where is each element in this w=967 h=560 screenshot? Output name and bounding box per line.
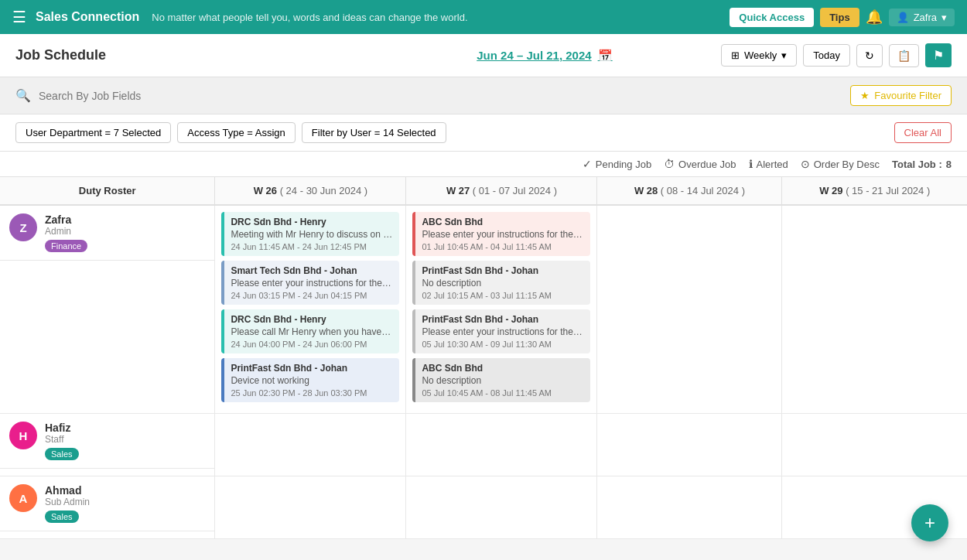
user-avatar-icon: 👤 xyxy=(897,12,909,23)
w26-dates: ( 24 - 30 Jun 2024 ) xyxy=(280,185,367,196)
job-time: 05 Jul 10:30 AM - 09 Jul 11:30 AM xyxy=(422,340,584,349)
filter-chip-filter-by-user[interactable]: Filter by User = 14 Selected xyxy=(302,122,446,143)
order-icon: ⊙ xyxy=(801,158,810,170)
week-cell-hafiz-w29 xyxy=(782,414,967,476)
pending-job-indicator[interactable]: ✓ Pending Job xyxy=(583,158,651,170)
date-range[interactable]: Jun 24 – Jul 21, 2024 📅 xyxy=(477,49,612,63)
dept-badge-zafra: Finance xyxy=(45,240,87,252)
user-role-zafra: Admin xyxy=(45,226,205,237)
job-desc: Meeting with Mr Henry to discuss on po..… xyxy=(231,229,393,240)
job-title: DRC Sdn Bhd - Henry xyxy=(231,217,393,227)
job-desc: No description xyxy=(422,278,584,289)
w28-dates: ( 08 - 14 Jul 2024 ) xyxy=(661,185,745,196)
w28-label: W 28 xyxy=(634,185,658,196)
week-cell-zafra-w26: DRC Sdn Bhd - Henry Meeting with Mr Henr… xyxy=(215,205,406,414)
avatar-ahmad: A xyxy=(9,484,37,512)
user-info-zafra: Zafra Admin Finance xyxy=(45,213,205,252)
quick-access-button[interactable]: Quick Access xyxy=(730,8,814,27)
job-title: Smart Tech Sdn Bhd - Johan xyxy=(231,265,393,276)
nav-right: Quick Access Tips 🔔 👤 Zafra ▾ xyxy=(730,8,955,27)
filter-chip-user-dept[interactable]: User Department = 7 Selected xyxy=(15,122,171,143)
order-by-desc-indicator[interactable]: ⊙ Order By Desc xyxy=(801,158,880,170)
job-card-zafra-w26-0[interactable]: DRC Sdn Bhd - Henry Meeting with Mr Henr… xyxy=(221,212,399,256)
w29-label: W 29 xyxy=(819,185,842,196)
w29-dates: ( 15 - 21 Jul 2024 ) xyxy=(846,185,930,196)
alerted-indicator[interactable]: ℹ Alerted xyxy=(749,158,788,170)
schedule-container: Duty Roster W 26 ( 24 - 30 Jun 2024 ) W … xyxy=(0,177,967,539)
user-info-ahmad: Ahmad Sub Admin Sales xyxy=(45,484,205,523)
filter-chip-access-type[interactable]: Access Type = Assign xyxy=(177,122,296,143)
week-cell-zafra-w27: ABC Sdn Bhd Please enter your instructio… xyxy=(406,205,597,414)
dept-badge-hafiz: Sales xyxy=(45,448,79,460)
week-cell-ahmad-w26 xyxy=(215,476,406,539)
overdue-label: Overdue Job xyxy=(678,159,736,170)
order-label: Order By Desc xyxy=(814,159,880,170)
user-cell-hafiz: H Hafiz Staff Sales xyxy=(0,414,215,476)
job-card-zafra-w26-1[interactable]: Smart Tech Sdn Bhd - Johan Please enter … xyxy=(221,261,399,305)
week-header-w28: W 28 ( 08 - 14 Jul 2024 ) xyxy=(597,177,782,205)
job-time: 02 Jul 10:15 AM - 03 Jul 11:15 AM xyxy=(422,291,584,300)
week-cell-zafra-w29 xyxy=(782,205,967,414)
w27-dates: ( 01 - 07 Jul 2024 ) xyxy=(473,185,557,196)
calendar-icon[interactable]: 📅 xyxy=(598,49,613,63)
alerted-label: Alerted xyxy=(757,159,788,170)
job-card-zafra-w27-3[interactable]: ABC Sdn Bhd No description 05 Jul 10:45 … xyxy=(412,358,590,402)
job-desc: Please enter your instructions for the J… xyxy=(231,278,393,289)
user-cell-ahmad: A Ahmad Sub Admin Sales xyxy=(0,476,215,539)
tips-button[interactable]: Tips xyxy=(820,8,859,27)
week-cell-hafiz-w28 xyxy=(597,414,782,476)
hamburger-icon[interactable]: ☰ xyxy=(12,8,26,26)
bell-icon[interactable]: 🔔 xyxy=(866,9,883,26)
job-desc: Please enter your instructions for the J… xyxy=(422,229,584,240)
week-header-w27: W 27 ( 01 - 07 Jul 2024 ) xyxy=(406,177,597,205)
view-toggle-button[interactable]: ⊞ Weekly ▾ xyxy=(721,44,797,67)
job-desc: Device not working xyxy=(231,375,393,386)
job-desc: Please enter your instructions for the J… xyxy=(422,326,584,337)
date-range-text: Jun 24 – Jul 21, 2024 xyxy=(477,49,591,62)
job-card-zafra-w26-3[interactable]: PrintFast Sdn Bhd - Johan Device not wor… xyxy=(221,358,399,402)
today-button[interactable]: Today xyxy=(803,44,850,67)
user-menu[interactable]: 👤 Zafra ▾ xyxy=(889,9,955,26)
top-nav: ☰ Sales Connection No matter what people… xyxy=(0,0,967,34)
job-title: DRC Sdn Bhd - Henry xyxy=(231,314,393,325)
favourite-filter-button[interactable]: ★ Favourite Filter xyxy=(850,85,952,106)
page-header: Job Schedule Jun 24 – Jul 21, 2024 📅 ⊞ W… xyxy=(0,34,967,77)
overdue-job-indicator[interactable]: ⏱ Overdue Job xyxy=(664,158,736,170)
overdue-icon: ⏱ xyxy=(664,158,675,170)
job-time: 24 Jun 04:00 PM - 24 Jun 06:00 PM xyxy=(231,340,393,349)
week-header-w26: W 26 ( 24 - 30 Jun 2024 ) xyxy=(215,177,406,205)
avatar-hafiz: H xyxy=(9,422,37,449)
filter-row: User Department = 7 Selected Access Type… xyxy=(0,114,967,152)
job-card-zafra-w26-2[interactable]: DRC Sdn Bhd - Henry Please call Mr Henry… xyxy=(221,309,399,353)
user-name-hafiz: Hafiz xyxy=(45,422,205,434)
job-card-zafra-w27-1[interactable]: PrintFast Sdn Bhd - Johan No description… xyxy=(412,261,590,305)
job-time: 01 Jul 10:45 AM - 04 Jul 11:45 AM xyxy=(422,242,584,251)
clear-all-button[interactable]: Clear All xyxy=(894,122,952,143)
view-label: Weekly xyxy=(744,50,777,61)
page-title: Job Schedule xyxy=(15,47,368,63)
brand-name: Sales Connection xyxy=(36,10,139,24)
filter-button[interactable]: ⚑ xyxy=(925,43,952,67)
schedule-table: Duty Roster W 26 ( 24 - 30 Jun 2024 ) W … xyxy=(0,177,967,539)
calendar-view-button[interactable]: 📋 xyxy=(889,44,919,67)
refresh-button[interactable]: ↻ xyxy=(856,44,883,67)
search-input[interactable] xyxy=(39,90,842,102)
week-cell-ahmad-w28 xyxy=(597,476,782,539)
job-title: ABC Sdn Bhd xyxy=(422,363,584,374)
week-cell-zafra-w28 xyxy=(597,205,782,414)
total-jobs: Total Job : 8 xyxy=(892,159,952,170)
week-cell-hafiz-w27 xyxy=(406,414,597,476)
job-title: PrintFast Sdn Bhd - Johan xyxy=(231,363,393,374)
user-role-ahmad: Sub Admin xyxy=(45,497,205,507)
favourite-label: Favourite Filter xyxy=(874,90,941,101)
w27-label: W 27 xyxy=(446,185,470,196)
header-actions: ⊞ Weekly ▾ Today ↻ 📋 ⚑ xyxy=(721,43,952,67)
job-card-zafra-w27-0[interactable]: ABC Sdn Bhd Please enter your instructio… xyxy=(412,212,590,256)
job-card-zafra-w27-2[interactable]: PrintFast Sdn Bhd - Johan Please enter y… xyxy=(412,309,590,353)
w26-label: W 26 xyxy=(254,185,277,196)
add-job-button[interactable]: + xyxy=(911,504,948,539)
user-role-hafiz: Staff xyxy=(45,434,205,445)
week-header-w29: W 29 ( 15 - 21 Jul 2024 ) xyxy=(782,177,967,205)
filter-icon: ⚑ xyxy=(933,49,944,62)
alert-icon: ℹ xyxy=(749,158,753,170)
